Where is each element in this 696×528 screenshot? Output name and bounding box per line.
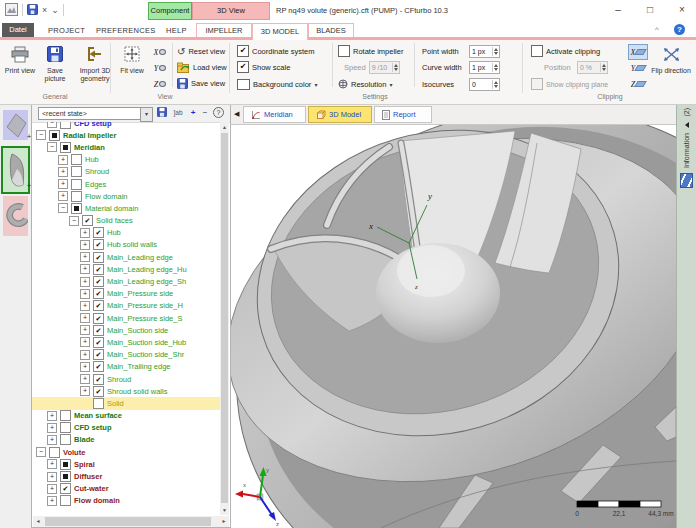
tree-expand-icon[interactable]: −: [47, 122, 57, 128]
tree-checkbox[interactable]: ✔: [93, 276, 104, 287]
view-x-button[interactable]: X: [150, 44, 170, 60]
tree-vertical-scrollbar[interactable]: ▲ ▼: [220, 122, 229, 515]
tree-row[interactable]: +✔Main_Leading edge_Hu: [32, 263, 222, 275]
coordinate-system-checkbox[interactable]: ✔ Coordinate system: [237, 45, 315, 57]
collapse-ribbon-icon[interactable]: ^: [655, 25, 659, 34]
spinner-arrows[interactable]: [492, 47, 499, 56]
fit-view-button[interactable]: Fit view: [116, 43, 148, 75]
tree-row[interactable]: +CFD setup: [32, 422, 222, 434]
spinner-arrows[interactable]: [492, 63, 499, 72]
show-scale-checkbox[interactable]: ✔ Show scale: [237, 61, 290, 73]
volute-shape-tile[interactable]: [3, 196, 28, 236]
tab-blades[interactable]: BLADES: [308, 23, 354, 37]
3d-viewport[interactable]: x y z x y z 0 22,1: [231, 125, 676, 528]
recent-state-select[interactable]: <recent state>: [38, 107, 143, 120]
tree-row[interactable]: +✔Main_Pressure side_S: [32, 312, 222, 324]
scroll-left-icon[interactable]: ◂: [33, 516, 43, 527]
clip-z-button[interactable]: Z: [628, 76, 648, 92]
activate-clipping-checkbox[interactable]: Activate clipping: [531, 45, 600, 57]
tree-row[interactable]: +Edges: [32, 178, 222, 190]
tree-checkbox[interactable]: ✔: [60, 483, 71, 494]
tree-expand-icon[interactable]: +: [47, 435, 57, 445]
tree-horizontal-scrollbar[interactable]: ◂ ▸: [33, 516, 229, 527]
scroll-right-icon[interactable]: ▸: [219, 516, 229, 527]
tree-checkbox[interactable]: [60, 495, 71, 506]
tree-expand-icon[interactable]: +: [80, 350, 90, 360]
resolution-button[interactable]: Resolution ▾: [338, 78, 392, 90]
tree-row[interactable]: −Volute: [32, 446, 222, 458]
tree-checkbox[interactable]: [60, 434, 71, 445]
curve-width-control[interactable]: Curve width 1 px: [422, 61, 500, 73]
tree-row[interactable]: +Blade: [32, 434, 222, 446]
tree-expand-icon[interactable]: +: [47, 411, 57, 421]
recent-state-dropdown-icon[interactable]: ▾: [140, 107, 153, 122]
tree-checkbox[interactable]: ✔: [93, 313, 104, 324]
tab-impeller[interactable]: IMPELLER: [196, 23, 252, 37]
tree-expand-icon[interactable]: +: [80, 362, 90, 372]
tree-expand-icon[interactable]: −: [58, 203, 68, 213]
tree-checkbox[interactable]: [93, 398, 104, 409]
tree-expand-icon[interactable]: −: [36, 130, 46, 140]
scrollbar-thumb[interactable]: [45, 517, 211, 526]
tree-expand-icon[interactable]: +: [80, 325, 90, 335]
tree-checkbox[interactable]: [49, 130, 60, 141]
scroll-up-icon[interactable]: ▲: [220, 122, 229, 132]
tree-checkbox[interactable]: ✔: [93, 288, 104, 299]
checkbox-icon[interactable]: [531, 45, 543, 57]
tree-expand-icon[interactable]: +: [80, 337, 90, 347]
flip-direction-button[interactable]: Flip direction: [650, 43, 692, 75]
tree-expand-icon[interactable]: +: [80, 252, 90, 262]
tree-row[interactable]: +✔Main_Suction side_Hub: [32, 336, 222, 348]
impeller-3d-model[interactable]: x y z x y z 0 22,1: [231, 125, 676, 528]
tree-checkbox[interactable]: [49, 447, 60, 458]
tree-checkbox[interactable]: ✔: [93, 325, 104, 336]
tree-row[interactable]: +✔Main_Leading edge_Sh: [32, 275, 222, 287]
clip-y-button[interactable]: Y: [628, 60, 648, 76]
tree-checkbox[interactable]: ✔: [93, 337, 104, 348]
tree-expand-icon[interactable]: +: [58, 191, 68, 201]
load-view-button[interactable]: Load view: [177, 61, 227, 73]
tree-row[interactable]: +Flow domain: [32, 495, 222, 507]
tree-checkbox[interactable]: ✔: [93, 252, 104, 263]
tree-row[interactable]: +Spiral: [32, 458, 222, 470]
tree-checkbox[interactable]: ✔: [93, 264, 104, 275]
menu-help[interactable]: HELP: [166, 26, 187, 35]
menu-preferences[interactable]: PREFERENCES: [96, 26, 156, 35]
tree-row[interactable]: +✔Main_Pressure side: [32, 288, 222, 300]
tree-row[interactable]: +Mean surface: [32, 410, 222, 422]
tree-checkbox[interactable]: [60, 142, 71, 153]
tree-expand-icon[interactable]: +: [47, 496, 57, 506]
color-swatch-icon[interactable]: [237, 79, 250, 90]
maximize-button[interactable]: □: [636, 0, 664, 20]
3d-view-tab[interactable]: 3D View: [192, 2, 270, 20]
tree-checkbox[interactable]: ✔: [93, 300, 104, 311]
spinner-arrows[interactable]: [392, 63, 399, 72]
checkbox-icon[interactable]: ✔: [237, 61, 249, 73]
information-panel-strip[interactable]: (2) Information: [676, 104, 696, 528]
tree-expand-icon[interactable]: +: [47, 472, 57, 482]
tree-expand-icon[interactable]: +: [58, 179, 68, 189]
tree-row[interactable]: +Shroud: [32, 166, 222, 178]
tree-checkbox[interactable]: [60, 459, 71, 470]
tree-row[interactable]: +✔Main_Pressure side_H: [32, 300, 222, 312]
tree-checkbox[interactable]: [60, 410, 71, 421]
tab-meridian[interactable]: Meridian: [243, 106, 306, 123]
checkbox-icon[interactable]: [338, 45, 350, 57]
info-panel-icon[interactable]: [680, 173, 693, 188]
tree-row[interactable]: +✔Shroud: [32, 373, 222, 385]
tree-expand-icon[interactable]: +: [58, 155, 68, 165]
add-state-icon[interactable]: +: [188, 107, 198, 119]
tree-expand-icon[interactable]: +: [47, 423, 57, 433]
rename-state-icon[interactable]: ]ab: [171, 107, 185, 119]
tree-row[interactable]: +✔Cut-water: [32, 483, 222, 495]
tree-row[interactable]: +✔Main_Suction side: [32, 324, 222, 336]
help-icon[interactable]: ?: [674, 24, 685, 35]
tree-row[interactable]: +✔Main_Trailing edge: [32, 361, 222, 373]
save-state-icon[interactable]: [156, 107, 168, 119]
tree-checkbox[interactable]: ✔: [82, 215, 93, 226]
tree-expand-icon[interactable]: +: [80, 374, 90, 384]
tree-row[interactable]: +Solid: [32, 397, 222, 409]
tree-row[interactable]: −CFD setup: [32, 122, 222, 129]
tree-checkbox[interactable]: [60, 122, 71, 129]
tree-checkbox[interactable]: ✔: [93, 239, 104, 250]
